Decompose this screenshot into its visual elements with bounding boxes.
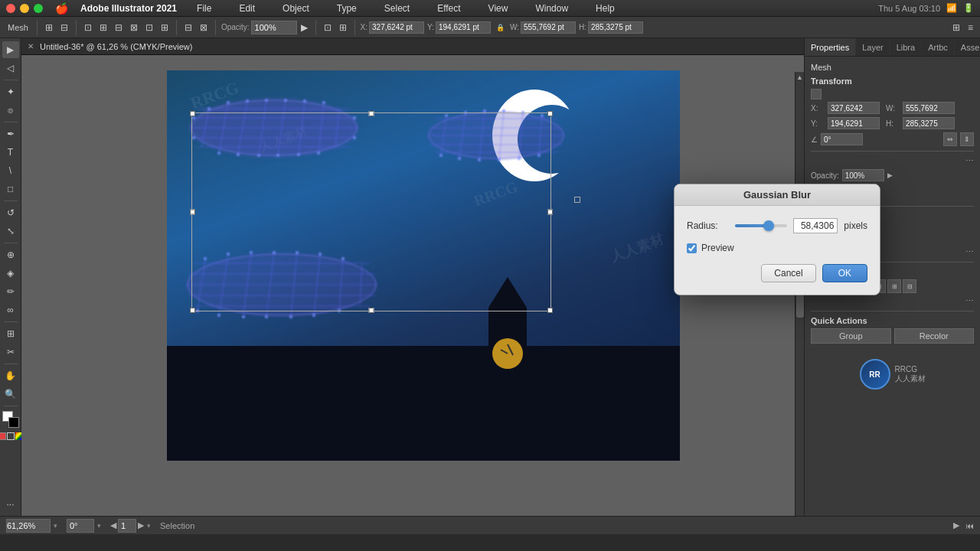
direct-select-tool[interactable]: ◁ bbox=[2, 60, 19, 77]
play-icon[interactable]: ▶ bbox=[953, 520, 959, 530]
radius-slider-thumb[interactable] bbox=[763, 220, 774, 231]
menu-window[interactable]: Window bbox=[528, 0, 576, 17]
maximize-button[interactable] bbox=[34, 4, 43, 13]
scale-tool[interactable]: ⤡ bbox=[2, 223, 19, 240]
recolor-btn[interactable]: Recolor bbox=[894, 328, 975, 344]
handle-mr[interactable] bbox=[547, 210, 553, 215]
tab-artbc[interactable]: Artbc bbox=[922, 38, 955, 56]
end-icon[interactable]: ⏮ bbox=[965, 521, 974, 530]
close-button[interactable] bbox=[6, 4, 15, 13]
eyedropper-tool[interactable]: ✏ bbox=[2, 283, 19, 300]
gradient-tool[interactable]: ◈ bbox=[2, 265, 19, 282]
slice-tool[interactable]: ✂ bbox=[2, 344, 19, 360]
shape-builder-tool[interactable]: ⊕ bbox=[2, 246, 19, 263]
distribute-icon[interactable]: ⊟ bbox=[182, 22, 194, 33]
more-tools-btn[interactable]: ··· bbox=[2, 496, 19, 513]
app-toolbar: Mesh ⊞ ⊟ ⊡ ⊞ ⊟ ⊠ ⊡ ⊞ ⊟ ⊠ Opacity: ▶ ⊡ ⊞ … bbox=[0, 17, 980, 38]
ok-button[interactable]: OK bbox=[822, 264, 867, 282]
hand-tool[interactable]: ✋ bbox=[2, 367, 19, 384]
tab-layer[interactable]: Layer bbox=[856, 38, 890, 56]
minimize-button[interactable] bbox=[20, 4, 29, 13]
magic-wand-tool[interactable]: ✦ bbox=[2, 83, 19, 100]
w-prop-input[interactable] bbox=[903, 102, 955, 114]
more-tools[interactable]: ··· bbox=[2, 496, 19, 513]
align-center-icon[interactable]: ⊞ bbox=[97, 22, 109, 33]
more-options-icon[interactable]: ⋯ bbox=[965, 156, 974, 166]
tab-libra[interactable]: Libra bbox=[890, 38, 922, 56]
lock-icon[interactable]: 🔒 bbox=[494, 24, 507, 31]
opacity-prop-input[interactable] bbox=[842, 169, 884, 181]
align-bottom-icon[interactable]: ⊞ bbox=[158, 22, 171, 33]
close-tab-icon[interactable]: ✕ bbox=[28, 42, 34, 51]
align-btn-6[interactable]: ⊞ bbox=[887, 279, 901, 293]
align-btn-7[interactable]: ⊟ bbox=[903, 279, 916, 293]
opacity-arrow[interactable]: ▶ bbox=[299, 22, 310, 33]
align-right-icon[interactable]: ⊟ bbox=[113, 22, 125, 33]
cancel-button[interactable]: Cancel bbox=[761, 264, 815, 282]
type-tool[interactable]: T bbox=[2, 144, 19, 161]
zoom-input[interactable] bbox=[6, 519, 51, 533]
angle-status-input[interactable] bbox=[67, 519, 94, 533]
tab-asse[interactable]: Asse bbox=[955, 38, 980, 56]
h-input[interactable] bbox=[588, 21, 643, 34]
arrange2-icon[interactable]: ⊡ bbox=[322, 22, 334, 33]
group-btn[interactable]: Group bbox=[811, 328, 891, 344]
preview-checkbox[interactable] bbox=[687, 243, 697, 253]
align-middle-icon[interactable]: ⊡ bbox=[143, 22, 155, 33]
handle-tm[interactable] bbox=[369, 111, 374, 116]
menu-view[interactable]: View bbox=[481, 0, 516, 17]
arrange-icon[interactable]: ⊞ bbox=[43, 22, 55, 33]
x-input[interactable] bbox=[369, 21, 424, 34]
page-dropdown[interactable]: ▾ bbox=[147, 522, 151, 530]
lasso-tool[interactable]: ⌾ bbox=[2, 102, 19, 119]
rect-tool[interactable]: □ bbox=[2, 181, 19, 197]
pathfinder-icon[interactable]: ⊞ bbox=[337, 22, 349, 33]
zoom-tool[interactable]: 🔍 bbox=[2, 386, 19, 403]
opacity-input[interactable] bbox=[251, 21, 297, 34]
align-left-icon[interactable]: ⊡ bbox=[82, 22, 94, 33]
line-tool[interactable]: \ bbox=[2, 162, 19, 179]
radius-value-input[interactable] bbox=[793, 218, 838, 233]
pen-tool[interactable]: ✒ bbox=[2, 126, 19, 142]
grid-icon[interactable]: ⊟ bbox=[58, 22, 70, 33]
blend-tool[interactable]: ∞ bbox=[2, 302, 19, 318]
more-icon[interactable]: ≡ bbox=[965, 22, 975, 33]
fill-color[interactable] bbox=[0, 432, 6, 440]
angle-input[interactable] bbox=[821, 133, 863, 145]
menu-type[interactable]: Type bbox=[329, 0, 364, 17]
menu-object[interactable]: Object bbox=[275, 0, 317, 17]
rotate-tool[interactable]: ↺ bbox=[2, 204, 19, 221]
menu-help[interactable]: Help bbox=[588, 0, 622, 17]
opacity-arrow-icon[interactable]: ▶ bbox=[887, 171, 893, 179]
x-prop-input[interactable] bbox=[828, 102, 880, 114]
fill-stroke[interactable] bbox=[2, 411, 19, 428]
scroll-up[interactable]: ▲ bbox=[796, 73, 803, 81]
w-input[interactable] bbox=[521, 21, 576, 34]
distribute2-icon[interactable]: ⊠ bbox=[198, 22, 210, 33]
menu-file[interactable]: File bbox=[189, 0, 219, 17]
flip-v-btn[interactable]: ⇕ bbox=[960, 132, 974, 146]
flip-h-btn[interactable]: ⇔ bbox=[943, 132, 957, 146]
next-page-icon[interactable]: ▶ bbox=[138, 520, 144, 530]
prev-page-icon[interactable]: ◀ bbox=[110, 520, 116, 530]
align-more-icon[interactable]: ⋯ bbox=[965, 296, 974, 306]
constrain-icon[interactable] bbox=[811, 89, 822, 99]
menu-select[interactable]: Select bbox=[377, 0, 417, 17]
document-tab-label[interactable]: Untitled-36* @ 61,26 % (CMYK/Preview) bbox=[40, 42, 192, 51]
handle-ml[interactable] bbox=[190, 210, 195, 215]
rotation-indicator[interactable] bbox=[574, 197, 580, 203]
mask-more-icon[interactable]: ⋯ bbox=[965, 247, 974, 257]
page-input[interactable] bbox=[118, 519, 136, 533]
y-prop-input[interactable] bbox=[828, 117, 880, 129]
menu-edit[interactable]: Edit bbox=[231, 0, 263, 17]
panels-icon[interactable]: ⊞ bbox=[950, 22, 962, 33]
radius-slider-track[interactable] bbox=[735, 224, 787, 227]
tab-properties[interactable]: Properties bbox=[805, 38, 856, 56]
h-prop-input[interactable] bbox=[903, 117, 955, 129]
none-color[interactable] bbox=[7, 432, 15, 440]
align-top-icon[interactable]: ⊠ bbox=[128, 22, 140, 33]
menu-effect[interactable]: Effect bbox=[430, 0, 468, 17]
artboard-tool[interactable]: ⊞ bbox=[2, 325, 19, 342]
y-input[interactable] bbox=[436, 21, 491, 34]
selection-tool[interactable]: ▶ bbox=[2, 41, 19, 58]
